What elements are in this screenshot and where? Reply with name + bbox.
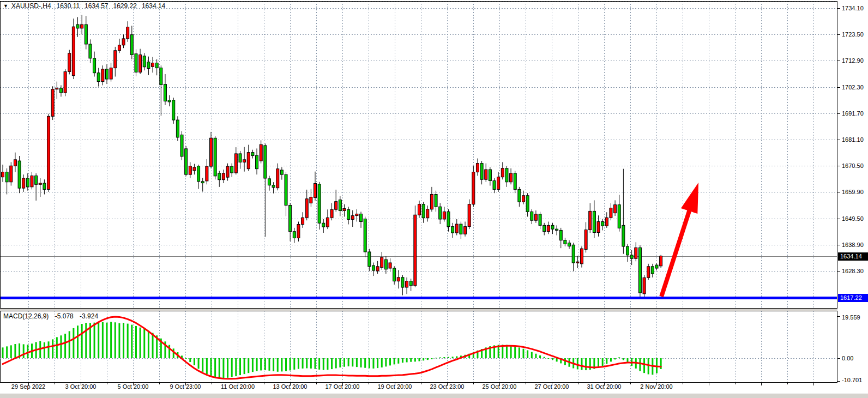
macd-bar	[227, 358, 228, 378]
indicator-macd-value: -5.078	[55, 312, 74, 320]
macd-histogram	[2, 322, 662, 378]
quote-high: 1634.57	[85, 2, 108, 10]
macd-bar	[264, 358, 266, 370]
macd-bar	[606, 358, 607, 364]
macd-bar	[252, 358, 254, 372]
bear-candle	[556, 229, 558, 230]
bear-candle	[318, 184, 321, 223]
macd-bar	[448, 357, 449, 358]
macd-bar	[318, 358, 320, 370]
macd-bar	[102, 322, 104, 358]
bear-candle	[35, 176, 38, 184]
bull-candle	[56, 88, 58, 89]
macd-bar	[56, 337, 58, 358]
bear-candle	[622, 225, 625, 246]
macd-bar	[219, 358, 220, 378]
bear-candle	[384, 260, 387, 269]
macd-bar	[610, 358, 612, 361]
macd-bar	[510, 346, 512, 358]
mt4-chart-window: ▼ XAUUSD-,H4 1630.11 1634.57 1629.22 163…	[0, 0, 868, 398]
macd-bar	[506, 345, 508, 358]
macd-bar	[302, 358, 304, 369]
bear-candle	[514, 173, 516, 190]
macd-bar	[443, 357, 445, 358]
bear-candle	[59, 88, 62, 93]
macd-bar	[85, 323, 87, 358]
price-tick-label: 1734.10	[842, 5, 864, 11]
bull-candle	[426, 209, 429, 218]
bull-candle	[152, 63, 154, 67]
bull-candle	[584, 230, 587, 250]
bull-candle	[418, 204, 421, 215]
bear-candle	[618, 205, 620, 228]
bull-candle	[635, 248, 637, 258]
bear-candle	[360, 214, 363, 221]
bear-candle	[168, 100, 171, 102]
macd-bar	[98, 323, 99, 358]
symbol-period-label: XAUUSD-,H4	[11, 2, 51, 10]
macd-bar	[519, 347, 520, 358]
bull-candle	[193, 167, 196, 171]
macd-bar	[143, 329, 145, 358]
bull-candle	[126, 27, 129, 39]
symbol-dropdown-icon[interactable]: ▼	[3, 3, 8, 9]
bear-candle	[364, 219, 366, 252]
trend-arrow[interactable]	[661, 183, 698, 297]
macd-bar	[202, 358, 203, 372]
macd-bar	[127, 324, 129, 358]
macd-bar	[23, 344, 25, 358]
macd-bar	[427, 358, 429, 360]
bear-candle	[135, 54, 137, 73]
macd-bar	[385, 358, 387, 366]
time-tick-label: 23 Oct 23:00	[430, 383, 465, 390]
bear-candle	[489, 170, 491, 180]
macd-bar	[535, 354, 537, 358]
bull-candle	[406, 281, 408, 287]
symbol-quote-bar[interactable]: ▼ XAUUSD-,H4 1630.11 1634.57 1629.22 163…	[3, 2, 170, 10]
time-tick-label: 5 Oct 20:00	[118, 383, 149, 390]
macd-bar	[310, 358, 312, 369]
chart-canvas[interactable]	[0, 0, 868, 398]
macd-bar	[206, 358, 208, 375]
bear-candle	[409, 281, 412, 286]
bear-candle	[543, 225, 546, 231]
bear-candle	[480, 164, 483, 180]
time-tick-label: 9 Oct 23:00	[170, 383, 201, 390]
time-tick-label: 3 Oct 20:00	[65, 383, 97, 390]
macd-bar	[589, 358, 591, 370]
bull-candle	[31, 176, 33, 186]
macd-bar	[118, 323, 120, 358]
time-tick-label: 25 Oct 20:00	[483, 383, 517, 390]
macd-signal	[3, 317, 661, 379]
macd-bar	[452, 357, 454, 358]
bull-candle	[247, 153, 250, 169]
macd-bar	[189, 358, 191, 362]
macd-bar	[285, 358, 287, 371]
macd-bar	[381, 358, 383, 367]
bull-candle	[206, 166, 208, 181]
bear-candle	[172, 100, 175, 120]
price-tick-label: 1681.10	[842, 136, 864, 143]
bear-candle	[493, 180, 496, 189]
macd-bar	[48, 341, 50, 358]
quote-open: 1630.11	[57, 2, 80, 10]
macd-bar	[60, 335, 62, 358]
bull-candle	[472, 172, 475, 204]
macd-bar	[356, 358, 358, 367]
macd-bar	[277, 358, 279, 372]
macd-bar	[564, 358, 566, 365]
bear-candle	[160, 68, 162, 85]
macd-bar	[614, 358, 616, 359]
macd-bar	[343, 358, 345, 367]
bull-candle	[51, 89, 54, 117]
support-level-badge: 1617.22	[838, 294, 868, 302]
bull-candle	[276, 169, 279, 188]
macd-bar	[552, 358, 553, 360]
bear-candle	[43, 183, 46, 189]
panel-splitter[interactable]	[0, 309, 837, 311]
macd-bar	[235, 358, 237, 376]
bull-candle	[397, 278, 400, 281]
bull-candle	[476, 164, 479, 172]
bear-candle	[176, 120, 179, 137]
bear-candle	[655, 265, 658, 268]
